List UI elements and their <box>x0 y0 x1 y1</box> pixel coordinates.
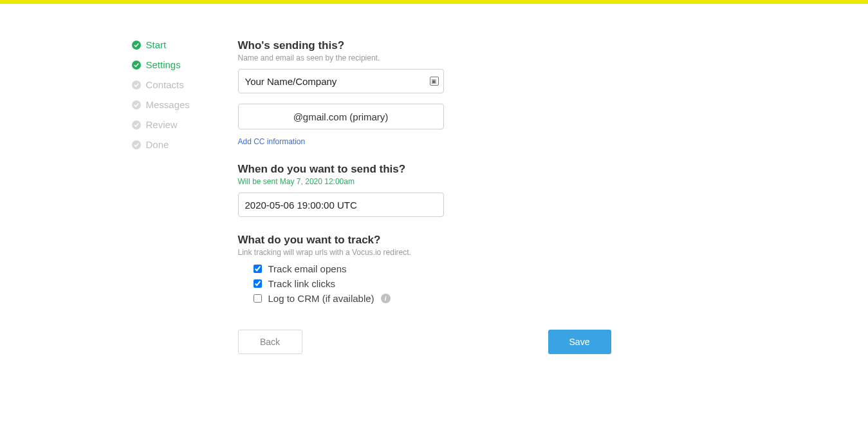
sender-name-wrap: ▣ <box>238 69 444 93</box>
step-label: Messages <box>146 99 190 110</box>
schedule-title: When do you want to send this? <box>238 163 618 176</box>
step-label: Contacts <box>146 79 184 90</box>
schedule-section: When do you want to send this? Will be s… <box>238 163 618 217</box>
step-start[interactable]: Start <box>132 39 238 50</box>
sender-title: Who's sending this? <box>238 39 618 52</box>
settings-form: Who's sending this? Name and email as se… <box>238 39 618 354</box>
step-review[interactable]: Review <box>132 119 238 130</box>
sender-name-input[interactable] <box>238 69 444 93</box>
step-label: Settings <box>146 59 181 70</box>
track-opens-label: Track email opens <box>268 263 347 274</box>
step-label: Review <box>146 119 178 130</box>
check-icon <box>132 80 141 89</box>
check-icon <box>132 140 141 149</box>
sender-subtitle: Name and email as seen by the recipient. <box>238 53 618 62</box>
sender-email-value: @gmail.com (primary) <box>293 111 389 122</box>
check-icon <box>132 61 141 70</box>
sender-section: Who's sending this? Name and email as se… <box>238 39 618 146</box>
check-icon <box>132 120 141 129</box>
log-crm-row[interactable]: Log to CRM (if available) i <box>254 293 618 304</box>
sender-email-select[interactable]: @gmail.com (primary) <box>238 104 444 129</box>
log-crm-label: Log to CRM (if available) <box>268 293 374 304</box>
track-opens-checkbox[interactable] <box>254 265 262 273</box>
check-icon <box>132 100 141 109</box>
log-crm-checkbox[interactable] <box>254 294 262 303</box>
step-done[interactable]: Done <box>132 139 238 150</box>
add-cc-link[interactable]: Add CC information <box>238 137 306 146</box>
track-clicks-checkbox[interactable] <box>254 279 262 288</box>
track-clicks-row[interactable]: Track link clicks <box>254 278 618 289</box>
step-messages[interactable]: Messages <box>132 99 238 110</box>
save-button[interactable]: Save <box>548 330 611 354</box>
schedule-note: Will be sent May 7, 2020 12:00am <box>238 177 618 186</box>
schedule-datetime-input[interactable] <box>238 193 444 217</box>
back-button[interactable]: Back <box>238 330 302 354</box>
step-label: Start <box>146 39 167 50</box>
track-clicks-label: Track link clicks <box>268 278 335 289</box>
button-row: Back Save <box>238 330 611 354</box>
step-label: Done <box>146 139 169 150</box>
tracking-subtitle: Link tracking will wrap urls with a Vocu… <box>238 248 618 257</box>
tracking-section: What do you want to track? Link tracking… <box>238 234 618 304</box>
check-icon <box>132 41 141 50</box>
tracking-title: What do you want to track? <box>238 234 618 247</box>
wizard-steps: Start Settings Contacts Messages Review <box>132 39 238 354</box>
step-settings[interactable]: Settings <box>132 59 238 70</box>
info-icon[interactable]: i <box>381 294 391 303</box>
step-contacts[interactable]: Contacts <box>132 79 238 90</box>
track-opens-row[interactable]: Track email opens <box>254 263 618 274</box>
